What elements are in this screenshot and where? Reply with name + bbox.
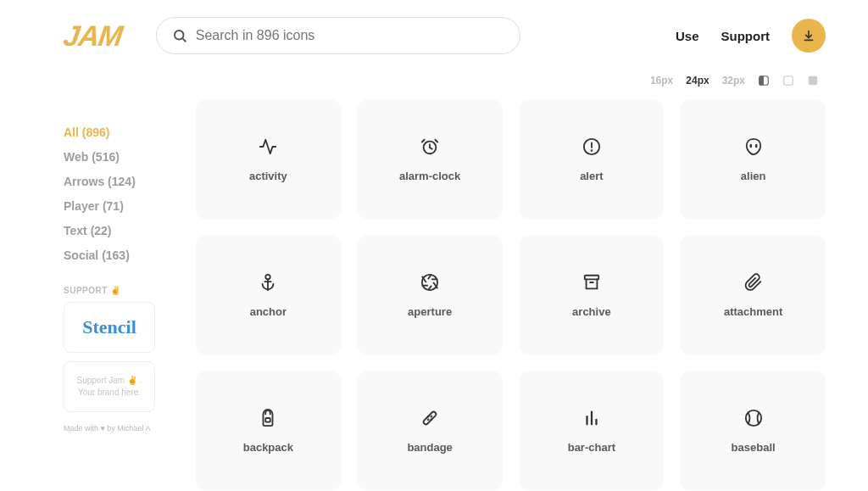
svg-rect-6 — [784, 76, 793, 86]
size-16[interactable]: 16px — [650, 75, 673, 86]
icon-label: backpack — [243, 441, 293, 454]
alien-icon — [744, 137, 763, 156]
svg-line-12 — [436, 139, 438, 142]
search-icon — [172, 28, 187, 43]
svg-point-39 — [745, 410, 760, 425]
icon-label: activity — [249, 170, 287, 182]
download-icon — [802, 29, 815, 42]
svg-point-16 — [749, 143, 752, 148]
icon-card-backpack[interactable]: backpack — [196, 371, 341, 490]
svg-point-35 — [431, 416, 432, 416]
bandage-icon — [420, 409, 439, 427]
sidebar: All (896)Web (516)Arrows (124)Player (71… — [64, 64, 191, 490]
search-input[interactable] — [196, 28, 504, 43]
sidebar-category[interactable]: Text (22) — [64, 224, 191, 237]
search-box[interactable] — [156, 17, 520, 54]
style-outline-icon[interactable] — [782, 75, 794, 86]
sponsor-placeholder[interactable]: Support Jam ✌️ . Your brand here. — [64, 361, 155, 412]
svg-rect-28 — [585, 275, 599, 279]
svg-point-32 — [428, 416, 429, 416]
sponsor-text: Support Jam ✌️ . Your brand here. — [64, 368, 154, 405]
header: JAM Use Support — [0, 0, 868, 64]
sidebar-category[interactable]: Web (516) — [64, 150, 191, 164]
icon-grid: activityalarm-clockalertalienanchorapert… — [196, 100, 826, 490]
sidebar-category[interactable]: All (896) — [64, 126, 191, 139]
icon-card-alert[interactable]: alert — [520, 100, 665, 219]
icon-card-bar-chart[interactable]: bar-chart — [520, 371, 665, 490]
nav-use[interactable]: Use — [676, 29, 699, 43]
icon-card-archive[interactable]: archive — [520, 236, 665, 354]
svg-rect-5 — [760, 76, 764, 86]
backpack-icon — [259, 409, 277, 427]
logo[interactable]: JAM — [61, 20, 124, 53]
icon-card-alien[interactable]: alien — [681, 100, 826, 219]
download-button[interactable] — [792, 19, 826, 53]
sidebar-category[interactable]: Arrows (124) — [64, 175, 191, 188]
icon-card-attachment[interactable]: attachment — [681, 236, 826, 354]
support-label: SUPPORT ✌️ — [64, 286, 191, 295]
credit: Made with ♥ by Michael A — [64, 424, 191, 432]
icon-label: alert — [580, 170, 603, 182]
svg-point-17 — [754, 143, 757, 148]
icon-card-activity[interactable]: activity — [196, 100, 341, 219]
bar-chart-icon — [582, 409, 601, 427]
svg-rect-30 — [266, 418, 271, 422]
aperture-icon — [420, 273, 439, 292]
stencil-logo: Stencil — [82, 316, 136, 338]
toolbar: 16px 24px 32px — [196, 64, 826, 97]
svg-point-15 — [591, 150, 592, 151]
icon-label: anchor — [250, 305, 287, 318]
icon-card-bandage[interactable]: bandage — [358, 371, 503, 490]
nav-support[interactable]: Support — [721, 29, 771, 43]
sponsor-stencil[interactable]: Stencil — [64, 302, 155, 353]
sidebar-category[interactable]: Player (71) — [64, 199, 191, 213]
icon-label: baseball — [732, 441, 776, 454]
alert-icon — [582, 137, 601, 156]
size-24[interactable]: 24px — [686, 75, 709, 86]
icon-label: aperture — [408, 305, 452, 318]
svg-rect-7 — [809, 76, 818, 86]
icon-card-anchor[interactable]: anchor — [196, 236, 341, 354]
activity-icon — [259, 137, 277, 156]
icon-card-aperture[interactable]: aperture — [358, 236, 503, 354]
style-filled-icon[interactable] — [807, 75, 819, 86]
size-32[interactable]: 32px — [722, 75, 745, 86]
icon-card-alarm-clock[interactable]: alarm-clock — [358, 100, 503, 219]
svg-line-11 — [422, 139, 425, 142]
main: 16px 24px 32px activityalarm-clockalerta… — [191, 64, 826, 490]
icon-label: alien — [741, 170, 766, 182]
sidebar-category[interactable]: Social (163) — [64, 248, 191, 262]
svg-point-33 — [431, 419, 432, 420]
archive-icon — [582, 273, 601, 292]
svg-rect-31 — [423, 410, 437, 425]
header-nav: Use Support — [676, 19, 826, 53]
icon-label: archive — [572, 305, 611, 318]
baseball-icon — [744, 409, 763, 427]
icon-label: alarm-clock — [399, 170, 460, 182]
attachment-icon — [744, 273, 763, 292]
svg-line-1 — [182, 38, 185, 41]
svg-point-34 — [428, 419, 429, 420]
icon-label: bandage — [407, 441, 452, 454]
svg-line-10 — [430, 147, 432, 148]
anchor-icon — [259, 273, 277, 292]
icon-label: bar-chart — [568, 441, 615, 454]
style-half-icon[interactable] — [758, 75, 770, 86]
icon-label: attachment — [724, 305, 782, 318]
alarm-clock-icon — [420, 137, 439, 156]
icon-card-baseball[interactable]: baseball — [681, 371, 826, 490]
